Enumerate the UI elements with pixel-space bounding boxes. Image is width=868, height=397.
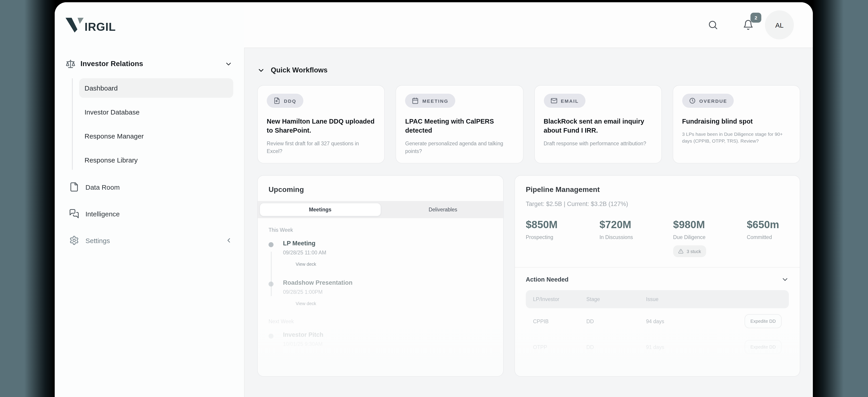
event-group-next-week: Next Week Investor Pitch 10/01/25 9:30AM xyxy=(269,319,492,347)
screen: IRGIL Investor Relations Dashboard Inves… xyxy=(0,0,868,397)
badge-label: DDQ xyxy=(284,98,296,104)
stat-value: $720M xyxy=(599,219,673,231)
pipeline-panel: Pipeline Management Target: $2.5B | Curr… xyxy=(515,175,800,377)
upcoming-panel: Upcoming Meetings Deliverables This Week xyxy=(257,175,504,377)
workflow-card-overdue[interactable]: OVERDUE Fundraising blind spot 3 LPs hav… xyxy=(673,85,800,164)
sidebar-section-investor-relations[interactable]: Investor Relations xyxy=(55,54,244,74)
stat-prospecting: $850M Prospecting xyxy=(526,219,599,257)
search-button[interactable] xyxy=(706,18,720,32)
pipeline-stats: $850M Prospecting $720M In Discussions $… xyxy=(526,219,789,257)
scale-icon xyxy=(66,59,75,69)
sidebar-item-response-manager[interactable]: Response Manager xyxy=(79,126,233,146)
panels-row: Upcoming Meetings Deliverables This Week xyxy=(257,175,800,377)
divider xyxy=(515,267,800,268)
stat-committed: $650m Committed xyxy=(747,219,789,257)
expedite-dd-button[interactable]: Expedite DD xyxy=(745,340,782,354)
stat-value: $650m xyxy=(747,219,789,231)
topbar: 2 AL xyxy=(244,2,813,48)
group-label: Next Week xyxy=(269,319,492,324)
virgil-logo: IRGIL xyxy=(66,18,116,32)
sidebar-item-response-library[interactable]: Response Library xyxy=(79,150,233,170)
search-icon xyxy=(708,20,718,30)
tab-meetings[interactable]: Meetings xyxy=(259,203,381,217)
view-deck-link[interactable]: View deck xyxy=(296,262,316,267)
badge-label: MEETING xyxy=(423,98,448,104)
brand-text: IRGIL xyxy=(85,21,116,32)
column-header: Stage xyxy=(586,297,646,302)
table-row: OTPP DD 91 days Expedite DD xyxy=(526,334,789,360)
notifications-button[interactable]: 2 xyxy=(741,18,755,32)
sidebar-item-data-room[interactable]: Data Room xyxy=(66,178,232,196)
column-header: LP/Investor xyxy=(533,297,586,302)
expedite-dd-button[interactable]: Expedite DD xyxy=(745,366,782,377)
badge-email: EMAIL xyxy=(544,94,585,108)
badge-label: OVERDUE xyxy=(700,98,727,104)
table-row: CPPIB DD 94 days Expedite DD xyxy=(526,309,789,334)
sidebar-item-intelligence[interactable]: Intelligence xyxy=(66,205,232,223)
action-needed-title: Action Needed xyxy=(526,276,568,283)
view-deck-link[interactable]: View deck xyxy=(296,301,316,306)
group-label: This Week xyxy=(269,227,492,233)
badge-overdue: OVERDUE xyxy=(682,94,734,108)
sidebar-item-label: Dashboard xyxy=(85,84,118,92)
event-list: This Week LP Meeting 09/28/25 11:00 AM V… xyxy=(258,219,503,359)
avatar[interactable]: AL xyxy=(765,10,794,39)
calendar-icon xyxy=(412,97,419,104)
file-import-icon xyxy=(274,97,280,104)
cell-stage: DD xyxy=(586,319,646,324)
workflow-cards: DDQ New Hamilton Lane DDQ uploaded to Sh… xyxy=(257,85,800,164)
card-body: Draft response with performance attribut… xyxy=(544,140,652,147)
workflow-card-meeting[interactable]: MEETING LPAC Meeting with CalPERS detect… xyxy=(396,85,524,164)
event-datetime: 09/28/25 1:00PM xyxy=(283,289,492,295)
quick-workflows-header[interactable]: Quick Workflows xyxy=(257,66,800,74)
event-title: Investor Pitch xyxy=(283,332,492,338)
badge-label: EMAIL xyxy=(561,98,579,104)
cell-investor: CPPIB xyxy=(533,319,586,324)
stat-label: In Discussions xyxy=(599,235,673,240)
badge-ddq: DDQ xyxy=(267,94,303,108)
warning-triangle-icon xyxy=(678,249,684,254)
chevron-down-icon xyxy=(257,66,265,74)
stat-due-diligence: $980M Due Diligence 3 stuck xyxy=(673,219,747,257)
sidebar-item-label: Data Room xyxy=(86,183,232,191)
mail-icon xyxy=(550,97,557,104)
table-header-row: LP/Investor Stage Issue xyxy=(526,290,789,309)
workflow-card-email[interactable]: EMAIL BlackRock sent an email inquiry ab… xyxy=(534,85,662,164)
chevron-left-icon[interactable] xyxy=(225,237,232,244)
sidebar-item-label: Settings xyxy=(86,236,219,244)
cell-issue: 87 days xyxy=(646,370,732,376)
upcoming-title: Upcoming xyxy=(258,176,503,194)
card-title: BlackRock sent an email inquiry about Fu… xyxy=(544,117,652,135)
app-window: IRGIL Investor Relations Dashboard Inves… xyxy=(55,2,813,397)
clock-icon xyxy=(689,97,696,104)
column-header: Issue xyxy=(646,297,732,302)
event-lp-meeting[interactable]: LP Meeting 09/28/25 11:00 AM View deck xyxy=(269,240,492,268)
expedite-dd-button[interactable]: Expedite DD xyxy=(745,314,782,329)
timeline-dot-icon xyxy=(269,282,274,287)
event-datetime: 10/01/25 9:30AM xyxy=(283,342,492,347)
event-group-this-week: This Week LP Meeting 09/28/25 11:00 AM V… xyxy=(269,227,492,307)
pipeline-title: Pipeline Management xyxy=(526,186,789,194)
stuck-warning-badge: 3 stuck xyxy=(673,246,706,257)
tab-deliverables[interactable]: Deliverables xyxy=(383,201,503,219)
event-investor-pitch[interactable]: Investor Pitch 10/01/25 9:30AM xyxy=(269,332,492,347)
action-needed-header[interactable]: Action Needed xyxy=(526,276,789,284)
quick-workflows-title: Quick Workflows xyxy=(271,66,328,74)
stat-value: $850M xyxy=(526,219,599,231)
stat-in-discussions: $720M In Discussions xyxy=(599,219,673,257)
cell-stage: DD xyxy=(586,344,646,350)
sidebar-item-settings[interactable]: Settings xyxy=(66,231,232,249)
chevron-down-icon xyxy=(225,60,232,68)
card-title: Fundraising blind spot xyxy=(682,117,791,126)
event-title: LP Meeting xyxy=(283,240,492,247)
gear-icon xyxy=(69,235,79,245)
event-roadshow-presentation[interactable]: Roadshow Presentation 09/28/25 1:00PM Vi… xyxy=(269,280,492,307)
event-title: Roadshow Presentation xyxy=(283,280,492,286)
card-body: Generate personalized agenda and talking… xyxy=(405,140,514,155)
sidebar-mainnav: Data Room Intelligence Settings xyxy=(55,178,244,249)
table-row: TRS DD 87 days Expedite DD xyxy=(526,360,789,377)
sidebar-item-dashboard[interactable]: Dashboard xyxy=(79,78,233,98)
sidebar-item-investor-database[interactable]: Investor Database xyxy=(79,102,233,122)
stat-label: Prospecting xyxy=(526,235,599,240)
workflow-card-ddq[interactable]: DDQ New Hamilton Lane DDQ uploaded to Sh… xyxy=(257,85,385,164)
